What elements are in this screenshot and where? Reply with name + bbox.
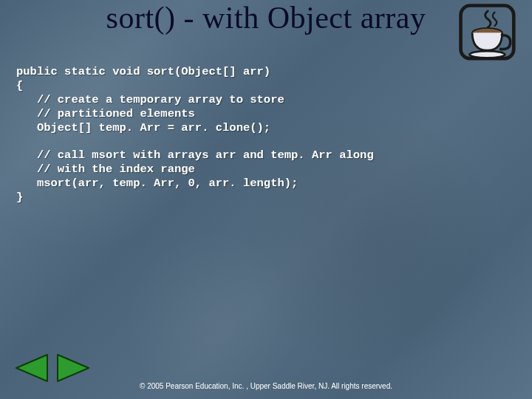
svg-marker-3: [16, 355, 47, 381]
svg-point-2: [469, 51, 505, 58]
next-arrow-button[interactable]: [55, 352, 92, 384]
copyright-footer: © 2005 Pearson Education, Inc. , Upper S…: [0, 382, 532, 390]
java-cup-icon: [457, 1, 525, 69]
code-block: public static void sort(Object[] arr) { …: [16, 65, 374, 205]
prev-arrow-button[interactable]: [13, 352, 50, 384]
svg-marker-4: [58, 355, 89, 381]
slide-title: sort() - with Object array: [0, 0, 532, 35]
nav-arrows: [13, 352, 92, 384]
